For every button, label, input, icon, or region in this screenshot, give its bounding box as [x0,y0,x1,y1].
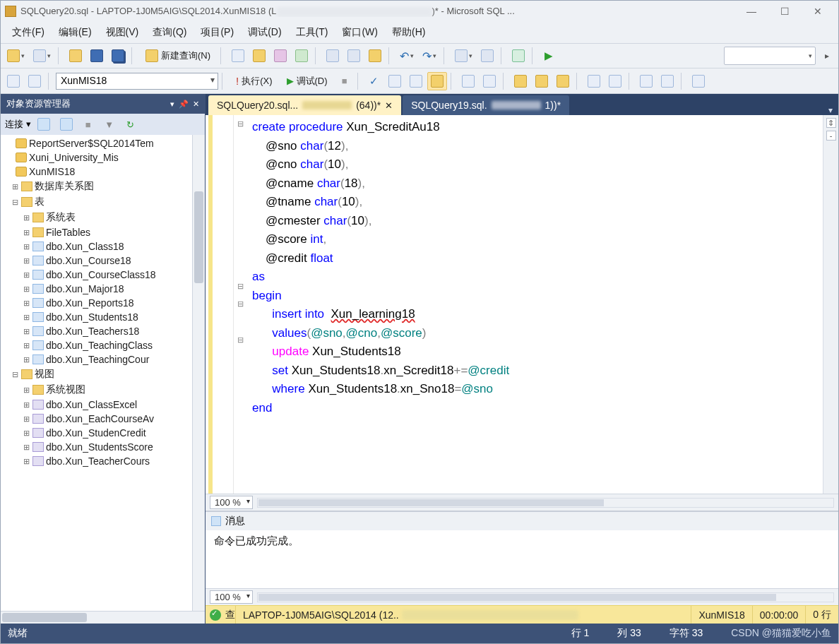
object-explorer-title: 对象资源管理器 ▾📌✕ [1,94,205,114]
menu-project[interactable]: 项目(P) [194,23,241,42]
statusbar: 就绪 行 1 列 33 字符 33 CSDN @猫猫爱吃小鱼 [1,624,838,643]
find-combo[interactable]: ▾ [724,47,816,65]
code-editor[interactable]: ⊟⊟⊟⊟ create procedure Xun_ScreditAu18 @s… [206,115,838,494]
status-ready: 就绪 [8,627,28,640]
open-button[interactable] [66,47,85,65]
status-char: 字符 33 [670,627,703,640]
start-button[interactable]: ▶ [540,47,558,65]
intellisense-button[interactable] [427,72,447,90]
oe-hscrollbar[interactable] [1,611,205,624]
execute-button[interactable]: !执行(X) [230,72,279,90]
object-explorer-toolbar: 连接 ▾ ■ ▼ ↻ [1,114,205,135]
connect-label[interactable]: 连接 ▾ [5,118,31,131]
menu-view[interactable]: 视图(V) [99,23,146,42]
menu-query[interactable]: 查询(Q) [145,23,194,42]
oe-pin-icon[interactable]: 📌 [179,100,189,109]
status-col: 列 33 [617,627,641,640]
title-text: SQLQuery20.sql - LAPTOP-1J0M5AIG\SQL2014… [20,6,735,17]
specify-button[interactable] [689,72,708,90]
oe-btn1[interactable] [34,115,54,133]
cut-button[interactable] [323,47,343,65]
toolbar-main: ▾ ▾ 新建查询(N) ↶▾ ↷▾ ▾ ▶ ▾ ▸ [1,43,838,68]
clientstat-button[interactable] [480,72,499,90]
close-button[interactable]: ✕ [802,1,834,21]
new-item-button[interactable]: ▾ [30,47,54,65]
menu-edit[interactable]: 编辑(E) [52,23,99,42]
oe-stop[interactable]: ■ [79,115,97,133]
md-button[interactable] [249,47,269,65]
oe-filter[interactable]: ▼ [100,115,119,133]
query-status-bar: 查 LAPTOP-1J0M5AIG\SQL2014 (12.. XunMIS18… [206,605,838,624]
status-line: 行 1 [571,627,590,640]
messages-body: 命令已成功完成。 [206,530,838,588]
res-grid-button[interactable] [532,72,552,90]
tab-sqlquery19[interactable]: SQLQuery19.sql.1))* [403,95,569,115]
oe-btn2[interactable] [56,115,76,133]
res-text-button[interactable] [511,72,530,90]
menu-help[interactable]: 帮助(H) [385,23,432,42]
estplan-button[interactable] [385,72,405,90]
msg-hscrollbar[interactable] [257,592,834,602]
comment-button[interactable] [584,72,604,90]
menu-window[interactable]: 窗口(W) [335,23,385,42]
titlebar: SQLQuery20.sql - LAPTOP-1J0M5AIG\SQL2014… [1,1,838,22]
debug-button[interactable]: ▶调试(D) [280,72,334,90]
new-query-button[interactable]: 新建查询(N) [139,47,217,65]
stop-button[interactable]: ■ [335,72,354,90]
zoom-combo[interactable]: 100 % [210,496,253,509]
tab-overflow-icon[interactable]: ▾ [823,105,838,115]
activity-button[interactable] [508,47,528,65]
menu-debug[interactable]: 调试(D) [241,23,288,42]
messages-pane: 消息 命令已成功完成。 100 % 查 LAPTOP-1J0M5AIG\SQL2… [206,511,838,624]
document-tabs: SQLQuery20.sql...(64))*✕ SQLQuery19.sql.… [206,94,838,115]
indent-button[interactable] [636,72,656,90]
nav2-button[interactable] [477,47,497,65]
change-conn-button[interactable] [25,72,44,90]
code-text[interactable]: create procedure Xun_ScreditAu18 @sno ch… [246,115,823,494]
overflow-button[interactable]: ▸ [817,47,835,65]
app-icon [5,6,16,17]
zoom-combo-msg[interactable]: 100 % [210,590,253,604]
editor-pane: SQLQuery20.sql...(64))*✕ SQLQuery19.sql.… [206,94,838,624]
menu-file[interactable]: 文件(F) [5,23,52,42]
res-file-button[interactable] [553,72,573,90]
copy-button[interactable] [344,47,364,65]
parse-button[interactable]: ✓ [365,72,383,90]
tab-close-icon[interactable]: ✕ [385,100,393,111]
dm-button[interactable] [270,47,290,65]
tab-sqlquery20[interactable]: SQLQuery20.sql...(64))*✕ [208,95,401,115]
xe-button[interactable] [292,47,311,65]
status-ok-icon [210,609,221,621]
save-all-button[interactable] [108,47,128,65]
oe-dropdown-icon[interactable]: ▾ [170,100,174,109]
oe-close-icon[interactable]: ✕ [193,100,199,109]
object-explorer-tree[interactable]: ReportServer$SQL2014Tem Xuni_University_… [1,135,205,611]
paste-button[interactable] [365,47,385,65]
undo-button[interactable]: ↶▾ [396,47,417,65]
menu-tools[interactable]: 工具(T) [289,23,335,42]
nav1-button[interactable]: ▾ [451,47,476,65]
new-project-button[interactable]: ▾ [4,47,28,65]
object-explorer: 对象资源管理器 ▾📌✕ 连接 ▾ ■ ▼ ↻ ReportServer$SQL2… [1,94,206,624]
messages-tab[interactable]: 消息 [206,512,838,530]
code-right-rail: ⇕ - [823,115,838,494]
minimize-button[interactable]: — [735,1,768,21]
save-button[interactable] [87,47,107,65]
outdent-button[interactable] [657,72,677,90]
redo-button[interactable]: ↷▾ [419,47,440,65]
maximize-button[interactable]: ☐ [768,1,801,21]
queryopt-button[interactable] [406,72,426,90]
message-icon [211,516,221,526]
de-button[interactable] [228,47,248,65]
nav-up-icon[interactable]: - [826,131,836,141]
uncomment-button[interactable] [605,72,625,90]
oe-refresh[interactable]: ↻ [121,115,140,133]
actplan-button[interactable] [458,72,478,90]
zoom-bar-msg: 100 % [206,588,838,605]
connect-button[interactable] [4,72,23,90]
editor-hscrollbar[interactable] [257,498,834,508]
split-icon[interactable]: ⇕ [826,118,836,128]
ssms-window: SQLQuery20.sql - LAPTOP-1J0M5AIG\SQL2014… [0,0,839,644]
database-combo[interactable]: XunMIS18 [56,73,218,90]
oe-vscrollbar[interactable] [192,135,205,611]
